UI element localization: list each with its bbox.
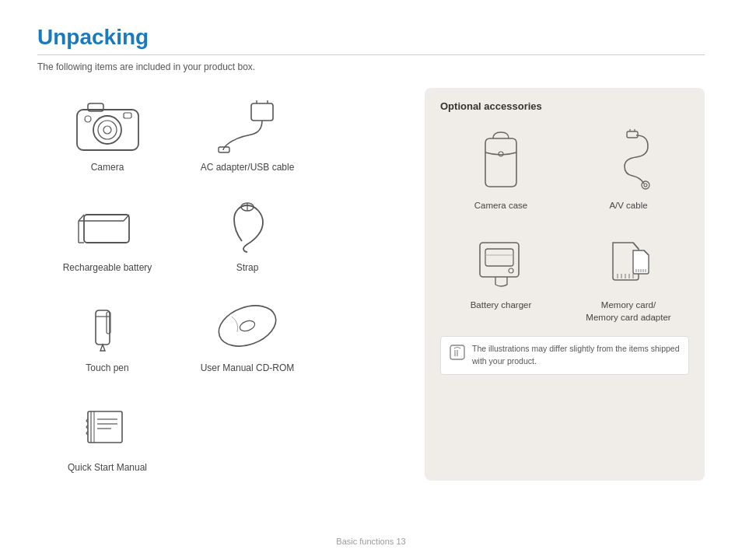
item-quick-start: Quick Start Manual (37, 388, 177, 481)
strap-label: Strap (236, 261, 259, 275)
camera-case-icon (462, 124, 540, 194)
svg-point-23 (213, 298, 282, 353)
svg-point-31 (499, 152, 503, 156)
note-box: The illustrations may differ slightly fr… (440, 336, 689, 375)
svg-point-42 (509, 268, 513, 273)
item-battery: Rechargeable battery (37, 188, 177, 281)
page-subtitle: The following items are included in your… (37, 61, 705, 72)
svg-rect-5 (124, 113, 131, 118)
svg-point-3 (103, 126, 111, 134)
svg-point-35 (642, 181, 649, 189)
main-content: Camera AC ada (37, 88, 705, 481)
svg-rect-25 (88, 411, 122, 443)
battery-charger-label: Battery charger (471, 299, 532, 311)
svg-rect-11 (84, 215, 129, 243)
battery-charger-icon (462, 224, 540, 294)
touch-pen-icon (68, 295, 146, 357)
opt-item-av-cable: A/V cable (568, 124, 689, 212)
page: Unpacking The following items are includ… (0, 0, 742, 560)
footer: Basic functions 13 (0, 537, 742, 546)
av-cable-label: A/V cable (609, 199, 647, 212)
ac-adapter-icon (208, 94, 286, 156)
av-cable-icon (590, 124, 667, 194)
optional-panel: Optional accessories (425, 88, 705, 481)
camera-label: Camera (91, 161, 124, 174)
item-camera: Camera (37, 88, 177, 180)
svg-point-24 (239, 319, 257, 333)
camera-icon (68, 94, 146, 156)
battery-label: Rechargeable battery (63, 261, 152, 275)
note-text: The illustrations may differ slightly fr… (472, 343, 681, 368)
quick-start-label: Quick Start Manual (68, 461, 147, 474)
cd-rom-icon (208, 295, 286, 357)
touch-pen-label: Touch pen (86, 362, 128, 375)
note-icon (449, 344, 466, 361)
cd-rom-label: User Manual CD-ROM (201, 362, 295, 375)
page-title: Unpacking (37, 25, 705, 55)
item-cd-rom: User Manual CD-ROM (177, 289, 317, 381)
battery-icon (68, 194, 146, 257)
opt-item-camera-case: Camera case (440, 124, 562, 212)
items-grid: Camera AC ada (37, 88, 409, 481)
strap-icon (208, 194, 286, 257)
svg-rect-7 (251, 103, 273, 121)
camera-case-label: Camera case (474, 199, 527, 212)
svg-rect-32 (627, 131, 638, 138)
item-ac-adapter: AC adapter/USB cable (177, 88, 317, 180)
svg-line-12 (79, 215, 84, 221)
svg-marker-20 (100, 345, 105, 351)
svg-line-13 (124, 215, 129, 221)
svg-rect-38 (485, 249, 513, 266)
opt-item-battery-charger: Battery charger (440, 224, 562, 324)
svg-line-43 (633, 243, 639, 249)
item-touch-pen: Touch pen (37, 289, 177, 381)
memory-card-label: Memory card/ Memory card adapter (586, 299, 670, 324)
ac-adapter-label: AC adapter/USB cable (201, 161, 295, 174)
optional-grid: Camera case (440, 124, 689, 324)
svg-point-36 (644, 184, 647, 187)
opt-item-memory-card: Memory card/ Memory card adapter (568, 224, 689, 324)
item-strap: Strap (177, 188, 317, 281)
svg-point-6 (85, 116, 91, 122)
quick-start-icon (68, 394, 146, 457)
optional-title: Optional accessories (440, 100, 689, 112)
svg-point-2 (98, 121, 117, 139)
svg-rect-19 (96, 310, 110, 345)
memory-card-icon (590, 224, 667, 294)
